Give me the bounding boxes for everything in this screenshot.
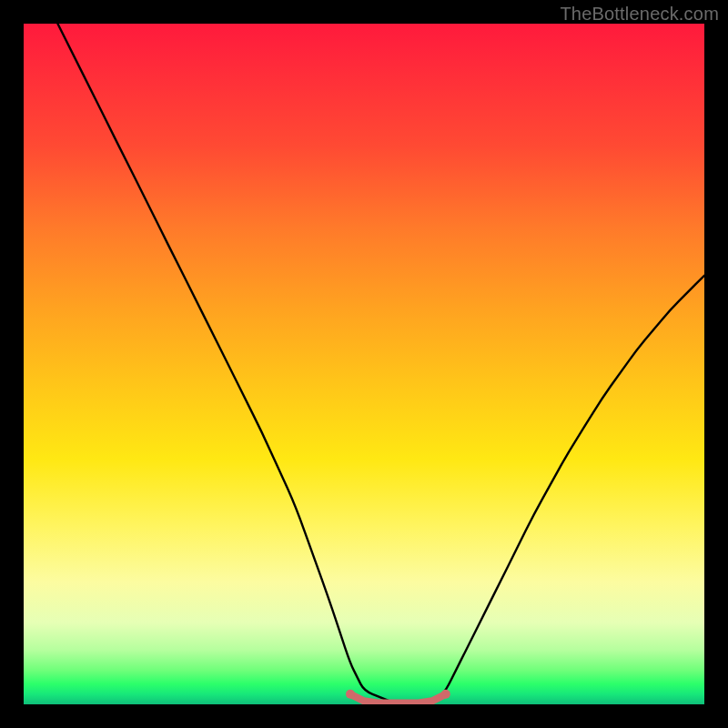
chart-stage: TheBottleneck.com: [0, 0, 728, 728]
flat-right-dot: [441, 690, 450, 699]
chart-svg: [24, 24, 704, 704]
flat-segment: [350, 694, 446, 703]
plot-area: [24, 24, 704, 704]
bottleneck-curve: [57, 24, 704, 704]
flat-left-dot: [346, 690, 355, 699]
watermark-text: TheBottleneck.com: [560, 4, 719, 25]
